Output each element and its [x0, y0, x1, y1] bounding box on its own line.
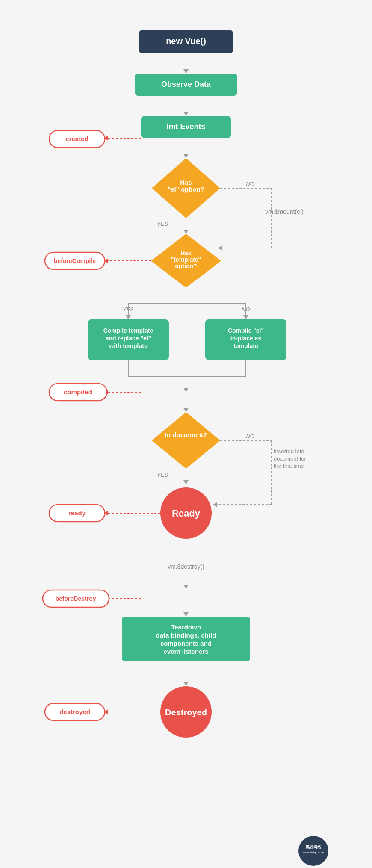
yes-label-3: YES	[157, 472, 168, 478]
created-label: created	[65, 135, 88, 142]
no-branch-arrowhead	[243, 315, 248, 319]
destroyed-circle-label: Destroyed	[165, 708, 207, 717]
vm-mount-label: vm.$mount(el)	[265, 208, 303, 215]
has-template-label-2: "template"	[171, 256, 201, 263]
vm-destroy-label: vm.$destroy()	[168, 563, 204, 570]
watermark-line2: www.heiqu.com	[302, 851, 324, 854]
before-destroy-label: beforeDestroy	[56, 595, 96, 602]
before-destroy-arrowhead	[183, 612, 189, 617]
inserted-note-3: the first time	[274, 463, 304, 469]
compile-template-label-2: and replace "el"	[106, 335, 151, 342]
merge-arrowhead	[183, 388, 189, 392]
destroyed-label: destroyed	[59, 708, 90, 715]
compiled-arrowhead	[183, 408, 189, 412]
arrowhead-3	[183, 154, 189, 158]
teardown-label-4: event listeners	[163, 648, 208, 655]
compiled-label: compiled	[64, 388, 92, 396]
ready-label: ready	[68, 509, 86, 517]
diagram-container: new Vue() Observe Data Init Events creat…	[0, 9, 372, 868]
in-doc-no-arrowhead	[213, 502, 217, 507]
new-vue-label: new Vue()	[166, 36, 206, 46]
in-document-diamond	[152, 412, 220, 469]
no-path-arrowhead	[218, 245, 222, 251]
arrowhead-1	[183, 69, 189, 74]
teardown-label-2: data bindings, child	[156, 632, 216, 639]
in-document-label-1: In document?	[165, 431, 207, 438]
no-label-3: NO	[246, 433, 254, 440]
compile-el-label-2: in-place as	[230, 335, 262, 342]
inserted-note-2: document for	[274, 455, 307, 462]
teardown-label-1: Teardown	[171, 623, 201, 631]
before-compile-label: beforeCompile	[54, 257, 96, 264]
compile-el-label-3: template	[233, 342, 258, 349]
has-el-label-1: Has	[180, 179, 192, 186]
compile-template-label-1: Compile template	[103, 327, 154, 334]
has-template-label-3: option?	[175, 263, 197, 269]
init-events-label: Init Events	[166, 122, 205, 131]
yes-branch-arrowhead	[126, 315, 131, 319]
teardown-arrowhead	[183, 682, 189, 686]
in-doc-yes-arrowhead	[183, 480, 189, 484]
yes-label-1: YES	[157, 221, 168, 227]
yes-path-arrowhead	[183, 230, 189, 234]
teardown-label-3: components and	[160, 640, 212, 647]
destroy-arrowhead	[183, 585, 189, 589]
ready-circle-label: Ready	[172, 508, 201, 519]
watermark-line1: 黑区网络	[306, 845, 322, 849]
has-el-label-2: "el" option?	[168, 186, 204, 193]
observe-data-label: Observe Data	[161, 80, 211, 89]
inserted-note-1: Inserted into	[274, 448, 304, 455]
no-label-1: NO	[246, 181, 254, 187]
compile-template-label-3: with template	[109, 342, 148, 349]
diagram-svg-wrapper: new Vue() Observe Data Init Events creat…	[36, 21, 336, 865]
has-template-label-1: Has	[180, 250, 192, 257]
compile-el-label-1: Compile "el"	[228, 327, 264, 334]
arrowhead-2	[183, 112, 189, 116]
